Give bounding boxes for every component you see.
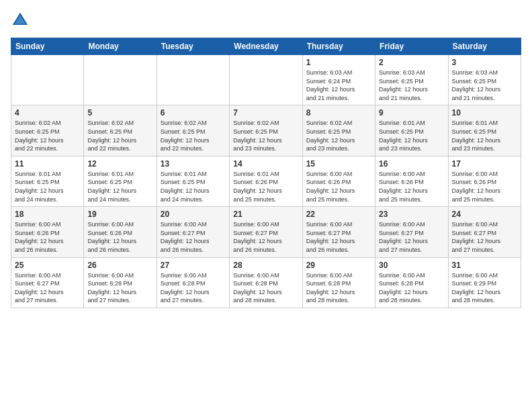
day-number: 17 <box>452 159 517 169</box>
day-number: 15 <box>306 159 371 169</box>
day-info: Sunrise: 6:01 AM Sunset: 6:25 PM Dayligh… <box>379 119 444 152</box>
day-info: Sunrise: 6:00 AM Sunset: 6:29 PM Dayligh… <box>452 271 517 305</box>
calendar-cell: 25Sunrise: 6:00 AM Sunset: 6:27 PM Dayli… <box>11 257 84 308</box>
column-header-monday: Monday <box>84 38 157 55</box>
column-header-thursday: Thursday <box>302 38 375 55</box>
calendar-cell: 20Sunrise: 6:00 AM Sunset: 6:27 PM Dayli… <box>157 207 229 257</box>
calendar-cell: 12Sunrise: 6:01 AM Sunset: 6:25 PM Dayli… <box>84 156 157 206</box>
calendar-cell: 23Sunrise: 6:00 AM Sunset: 6:27 PM Dayli… <box>375 207 448 257</box>
day-info: Sunrise: 6:00 AM Sunset: 6:27 PM Dayligh… <box>452 220 517 254</box>
day-number: 14 <box>233 159 298 169</box>
day-number: 1 <box>306 58 371 67</box>
day-info: Sunrise: 6:03 AM Sunset: 6:25 PM Dayligh… <box>452 68 517 102</box>
day-number: 18 <box>15 210 80 219</box>
day-info: Sunrise: 6:01 AM Sunset: 6:25 PM Dayligh… <box>161 170 226 203</box>
calendar-cell: 14Sunrise: 6:01 AM Sunset: 6:26 PM Dayli… <box>230 156 302 206</box>
calendar-cell: 5Sunrise: 6:02 AM Sunset: 6:25 PM Daylig… <box>84 105 157 156</box>
calendar-cell: 2Sunrise: 6:03 AM Sunset: 6:25 PM Daylig… <box>375 55 448 105</box>
column-header-sunday: Sunday <box>11 38 84 55</box>
day-number: 25 <box>15 261 80 270</box>
day-number: 31 <box>452 261 517 270</box>
calendar-cell <box>11 55 84 105</box>
calendar-cell: 22Sunrise: 6:00 AM Sunset: 6:27 PM Dayli… <box>302 207 375 257</box>
logo-icon <box>11 11 30 30</box>
day-number: 12 <box>87 159 152 169</box>
day-number: 19 <box>87 210 152 219</box>
calendar-cell <box>157 55 229 105</box>
calendar-cell: 17Sunrise: 6:00 AM Sunset: 6:26 PM Dayli… <box>448 156 521 206</box>
day-info: Sunrise: 6:00 AM Sunset: 6:26 PM Dayligh… <box>452 170 517 203</box>
calendar-cell: 24Sunrise: 6:00 AM Sunset: 6:27 PM Dayli… <box>448 207 521 257</box>
day-number: 11 <box>15 159 80 169</box>
calendar-cell: 6Sunrise: 6:02 AM Sunset: 6:25 PM Daylig… <box>157 105 229 156</box>
calendar-cell: 31Sunrise: 6:00 AM Sunset: 6:29 PM Dayli… <box>448 257 521 308</box>
day-info: Sunrise: 6:02 AM Sunset: 6:25 PM Dayligh… <box>161 119 226 152</box>
day-number: 4 <box>15 108 80 118</box>
calendar-cell: 18Sunrise: 6:00 AM Sunset: 6:26 PM Dayli… <box>11 207 84 257</box>
calendar-header-row: SundayMondayTuesdayWednesdayThursdayFrid… <box>11 38 521 55</box>
day-info: Sunrise: 6:02 AM Sunset: 6:25 PM Dayligh… <box>306 119 371 152</box>
calendar-week-4: 18Sunrise: 6:00 AM Sunset: 6:26 PM Dayli… <box>11 207 521 257</box>
day-number: 8 <box>306 108 371 118</box>
day-number: 20 <box>161 210 226 219</box>
calendar-cell: 16Sunrise: 6:00 AM Sunset: 6:26 PM Dayli… <box>375 156 448 206</box>
calendar-cell: 1Sunrise: 6:03 AM Sunset: 6:24 PM Daylig… <box>302 55 375 105</box>
day-number: 23 <box>379 210 444 219</box>
day-number: 13 <box>161 159 226 169</box>
calendar-cell: 3Sunrise: 6:03 AM Sunset: 6:25 PM Daylig… <box>448 55 521 105</box>
day-number: 5 <box>87 108 152 118</box>
day-number: 22 <box>306 210 371 219</box>
day-number: 30 <box>379 261 444 270</box>
day-number: 2 <box>379 58 444 67</box>
calendar-cell: 10Sunrise: 6:01 AM Sunset: 6:25 PM Dayli… <box>448 105 521 156</box>
day-info: Sunrise: 6:00 AM Sunset: 6:26 PM Dayligh… <box>15 220 80 254</box>
calendar-cell <box>84 55 157 105</box>
day-info: Sunrise: 6:00 AM Sunset: 6:28 PM Dayligh… <box>379 271 444 305</box>
day-number: 6 <box>161 108 226 118</box>
column-header-saturday: Saturday <box>448 38 521 55</box>
calendar-week-5: 25Sunrise: 6:00 AM Sunset: 6:27 PM Dayli… <box>11 257 521 308</box>
day-info: Sunrise: 6:00 AM Sunset: 6:27 PM Dayligh… <box>15 271 80 305</box>
day-info: Sunrise: 6:00 AM Sunset: 6:27 PM Dayligh… <box>161 220 226 254</box>
day-info: Sunrise: 6:03 AM Sunset: 6:24 PM Dayligh… <box>306 68 371 102</box>
calendar-cell: 4Sunrise: 6:02 AM Sunset: 6:25 PM Daylig… <box>11 105 84 156</box>
day-info: Sunrise: 6:02 AM Sunset: 6:25 PM Dayligh… <box>233 119 298 152</box>
calendar-cell: 8Sunrise: 6:02 AM Sunset: 6:25 PM Daylig… <box>302 105 375 156</box>
calendar-cell: 7Sunrise: 6:02 AM Sunset: 6:25 PM Daylig… <box>230 105 302 156</box>
day-info: Sunrise: 6:00 AM Sunset: 6:27 PM Dayligh… <box>233 220 298 254</box>
day-info: Sunrise: 6:01 AM Sunset: 6:26 PM Dayligh… <box>233 170 298 203</box>
calendar-week-2: 4Sunrise: 6:02 AM Sunset: 6:25 PM Daylig… <box>11 105 521 156</box>
day-info: Sunrise: 6:00 AM Sunset: 6:28 PM Dayligh… <box>233 271 298 305</box>
calendar-cell: 13Sunrise: 6:01 AM Sunset: 6:25 PM Dayli… <box>157 156 229 206</box>
calendar-table: SundayMondayTuesdayWednesdayThursdayFrid… <box>11 38 521 308</box>
day-info: Sunrise: 6:01 AM Sunset: 6:25 PM Dayligh… <box>87 170 152 203</box>
calendar-cell: 11Sunrise: 6:01 AM Sunset: 6:25 PM Dayli… <box>11 156 84 206</box>
day-info: Sunrise: 6:00 AM Sunset: 6:27 PM Dayligh… <box>306 220 371 254</box>
logo <box>11 11 32 30</box>
day-info: Sunrise: 6:03 AM Sunset: 6:25 PM Dayligh… <box>379 68 444 102</box>
day-number: 7 <box>233 108 298 118</box>
calendar-cell: 30Sunrise: 6:00 AM Sunset: 6:28 PM Dayli… <box>375 257 448 308</box>
day-number: 29 <box>306 261 371 270</box>
day-info: Sunrise: 6:00 AM Sunset: 6:26 PM Dayligh… <box>379 170 444 203</box>
day-number: 16 <box>379 159 444 169</box>
calendar-cell: 29Sunrise: 6:00 AM Sunset: 6:28 PM Dayli… <box>302 257 375 308</box>
calendar-cell: 9Sunrise: 6:01 AM Sunset: 6:25 PM Daylig… <box>375 105 448 156</box>
day-info: Sunrise: 6:00 AM Sunset: 6:28 PM Dayligh… <box>161 271 226 305</box>
calendar-cell: 28Sunrise: 6:00 AM Sunset: 6:28 PM Dayli… <box>230 257 302 308</box>
day-number: 3 <box>452 58 517 67</box>
day-info: Sunrise: 6:00 AM Sunset: 6:26 PM Dayligh… <box>87 220 152 254</box>
day-number: 21 <box>233 210 298 219</box>
day-info: Sunrise: 6:00 AM Sunset: 6:28 PM Dayligh… <box>306 271 371 305</box>
calendar-week-1: 1Sunrise: 6:03 AM Sunset: 6:24 PM Daylig… <box>11 55 521 105</box>
day-info: Sunrise: 6:02 AM Sunset: 6:25 PM Dayligh… <box>87 119 152 152</box>
column-header-tuesday: Tuesday <box>157 38 229 55</box>
day-info: Sunrise: 6:00 AM Sunset: 6:28 PM Dayligh… <box>87 271 152 305</box>
day-info: Sunrise: 6:02 AM Sunset: 6:25 PM Dayligh… <box>15 119 80 152</box>
calendar-cell: 19Sunrise: 6:00 AM Sunset: 6:26 PM Dayli… <box>84 207 157 257</box>
day-number: 9 <box>379 108 444 118</box>
column-header-wednesday: Wednesday <box>230 38 302 55</box>
day-number: 24 <box>452 210 517 219</box>
day-info: Sunrise: 6:01 AM Sunset: 6:25 PM Dayligh… <box>452 119 517 152</box>
calendar-cell <box>230 55 302 105</box>
